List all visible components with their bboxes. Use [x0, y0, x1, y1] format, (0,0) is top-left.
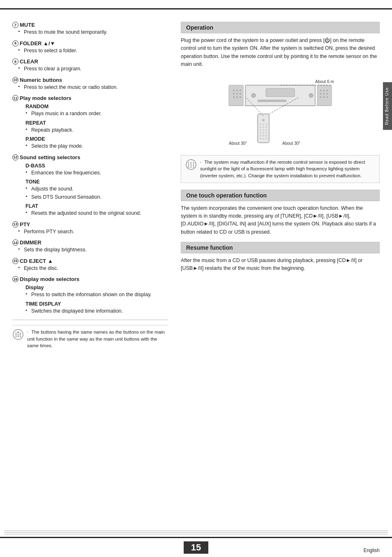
svg-point-40	[265, 123, 267, 125]
svg-point-18	[233, 90, 235, 91]
svg-point-37	[262, 119, 265, 121]
svg-point-2	[16, 333, 17, 334]
svg-point-41	[260, 126, 261, 128]
flat-bullet-1: Resets the adjusted sound to the origina…	[25, 210, 168, 217]
svg-point-7	[16, 336, 17, 337]
numeric-bullets: Press to select the music or radio stati…	[12, 84, 168, 91]
section-title-mute: MUTE	[20, 22, 35, 28]
subsection-tone: TONE	[25, 179, 168, 185]
resume-header: Resume function	[181, 242, 380, 253]
svg-rect-15	[258, 100, 286, 102]
operation-box: Operation Plug the power cord of the sys…	[181, 22, 380, 183]
svg-point-45	[263, 129, 264, 131]
note-bullet: ·	[27, 330, 28, 334]
svg-text:About 30°: About 30°	[229, 141, 247, 146]
pty-bullet-1: Performs PTY search.	[18, 228, 168, 236]
one-touch-header: One touch operation function	[181, 190, 380, 201]
svg-point-44	[260, 129, 261, 131]
bottom-line-2	[4, 532, 388, 533]
bottom-line-3	[4, 534, 388, 534]
dimmer-bullets: Sets the display brightness.	[12, 246, 168, 254]
operation-note-content: · The system may malfunction if the remo…	[200, 159, 375, 179]
subsection-dbass: D-BASS	[25, 163, 168, 169]
device-svg: About 30° About 30° About 6 m	[217, 73, 344, 155]
clear-bullets: Press to clear a program.	[12, 65, 168, 73]
bottom-line-1	[4, 531, 388, 531]
svg-point-25	[236, 96, 238, 98]
section-num-15: 15	[12, 258, 18, 264]
clear-bullet-1: Press to clear a program.	[18, 65, 168, 73]
section-sound: 12 Sound setting selectors D-BASS Enhanc…	[12, 154, 168, 217]
svg-point-28	[323, 90, 325, 91]
section-title-dimmer: DIMMER	[20, 239, 42, 246]
section-numeric: 10 Numeric buttons Press to select the m…	[12, 77, 168, 91]
svg-point-71	[193, 166, 194, 167]
svg-point-29	[326, 90, 328, 91]
display-bullets: Press to switch the information shown on…	[20, 291, 168, 299]
section-num-14: 14	[12, 239, 18, 246]
note-dot: ·	[200, 160, 201, 165]
svg-point-53	[260, 138, 261, 139]
svg-point-54	[263, 138, 264, 139]
svg-point-38	[260, 123, 261, 125]
subsection-pmode: P.MODE	[25, 136, 168, 142]
section-dimmer: 14 DIMMER Sets the display brightness.	[12, 239, 168, 254]
svg-point-43	[265, 126, 267, 128]
svg-rect-12	[266, 88, 295, 97]
folder-bullet-1: Press to select a folder.	[18, 47, 168, 55]
svg-point-26	[240, 96, 241, 98]
cdeject-bullets: Ejects the disc.	[12, 265, 168, 272]
subsection-flat: FLAT	[25, 203, 168, 209]
section-folder: 8 FOLDER ▲/▼ Press to select a folder.	[12, 40, 168, 55]
page-container: Read Before Use 7 MUTE Press to mute the…	[0, 0, 392, 557]
svg-point-31	[323, 93, 325, 95]
section-title-cdeject: CD EJECT ▲	[20, 258, 53, 264]
random-bullet-1: Plays music in a random order.	[25, 110, 168, 118]
svg-point-70	[191, 166, 192, 167]
tone-bullets: Adjusts the sound. Sets DTS Surround Sen…	[20, 186, 168, 201]
svg-point-65	[193, 162, 194, 163]
svg-point-50	[260, 135, 261, 137]
svg-point-33	[320, 96, 321, 98]
svg-point-1	[17, 332, 19, 333]
svg-point-24	[233, 96, 235, 98]
folder-bullets: Press to select a folder.	[12, 47, 168, 55]
svg-rect-17	[317, 85, 332, 106]
section-num-11: 11	[12, 95, 18, 101]
svg-point-49	[265, 132, 267, 134]
one-touch-text: The system incorporates the convenient o…	[181, 204, 380, 237]
left-separator	[12, 320, 168, 320]
note-icon-right	[185, 159, 197, 170]
right-column: Operation Plug the power cord of the sys…	[181, 22, 380, 349]
repeat-bullets: Repeats playback.	[20, 127, 168, 134]
pmode-bullets: Selects the play mode.	[20, 143, 168, 150]
svg-point-48	[263, 132, 264, 134]
section-title-displaymode: Display mode selectors	[20, 276, 79, 282]
svg-point-30	[320, 93, 321, 95]
one-touch-box: One touch operation function The system …	[181, 190, 380, 237]
subsection-display: Display	[25, 285, 168, 290]
section-clear: 9 CLEAR Press to clear a program.	[12, 58, 168, 73]
display-bullet-1: Press to switch the information shown on…	[25, 291, 168, 299]
subsection-timedisplay: TIME DISPLAY	[25, 301, 168, 307]
side-tab: Read Before Use	[383, 82, 392, 130]
section-cdeject: 15 CD EJECT ▲ Ejects the disc.	[12, 258, 168, 272]
section-num-10: 10	[12, 77, 18, 83]
svg-point-14	[309, 93, 313, 97]
section-title-clear: CLEAR	[20, 58, 38, 65]
mute-bullets: Press to mute the sound temporarily.	[12, 29, 168, 36]
section-num-9: 9	[12, 58, 18, 65]
section-title-playmode: Play mode selectors	[20, 95, 71, 101]
flat-bullets: Resets the adjusted sound to the origina…	[20, 210, 168, 217]
operation-text: Plug the power cord of the system to a p…	[181, 37, 380, 69]
svg-point-20	[240, 90, 241, 91]
section-num-13: 13	[12, 221, 18, 227]
svg-point-67	[191, 164, 192, 165]
subsection-random: RANDOM	[25, 104, 168, 109]
page-number: 15	[184, 541, 208, 554]
section-mute: 7 MUTE Press to mute the sound temporari…	[12, 22, 168, 36]
svg-point-21	[233, 93, 235, 95]
section-num-7: 7	[12, 22, 18, 28]
cdeject-bullet-1: Ejects the disc.	[18, 265, 168, 272]
page-bottom: 15 English	[0, 537, 392, 557]
